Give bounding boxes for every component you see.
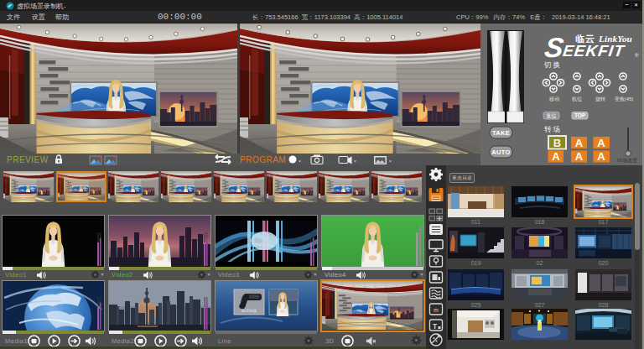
svg-text:A: A (597, 137, 605, 149)
svg-text:PREVIEW: PREVIEW (7, 155, 49, 164)
svg-text:m: m (434, 307, 439, 313)
svg-text:A: A (597, 150, 605, 163)
svg-text:PROGRAM: PROGRAM (240, 155, 286, 164)
svg-text:TOP: TOP (574, 112, 586, 118)
svg-text:A: A (575, 137, 584, 149)
svg-text:电话连线: 电话连线 (242, 309, 257, 313)
svg-text:EEKFIT: EEKFIT (562, 43, 626, 60)
svg-text:®: ® (635, 53, 639, 58)
svg-text:转场速度: 转场速度 (617, 157, 637, 164)
svg-text:旋转: 旋转 (595, 96, 605, 102)
svg-text:复位: 复位 (547, 113, 557, 119)
svg-text:变焦(45): 变焦(45) (615, 96, 634, 102)
svg-text:转场: 转场 (544, 125, 562, 133)
svg-text:B: B (553, 137, 561, 149)
svg-text:机位: 机位 (572, 96, 582, 102)
svg-text:AUTO: AUTO (491, 148, 510, 156)
svg-text:移动: 移动 (549, 96, 559, 102)
svg-text:TAKE: TAKE (492, 129, 510, 137)
svg-text:切换: 切换 (543, 60, 562, 69)
svg-text:A: A (575, 150, 584, 163)
svg-text:A: A (552, 150, 560, 163)
svg-text:T: T (433, 322, 438, 331)
